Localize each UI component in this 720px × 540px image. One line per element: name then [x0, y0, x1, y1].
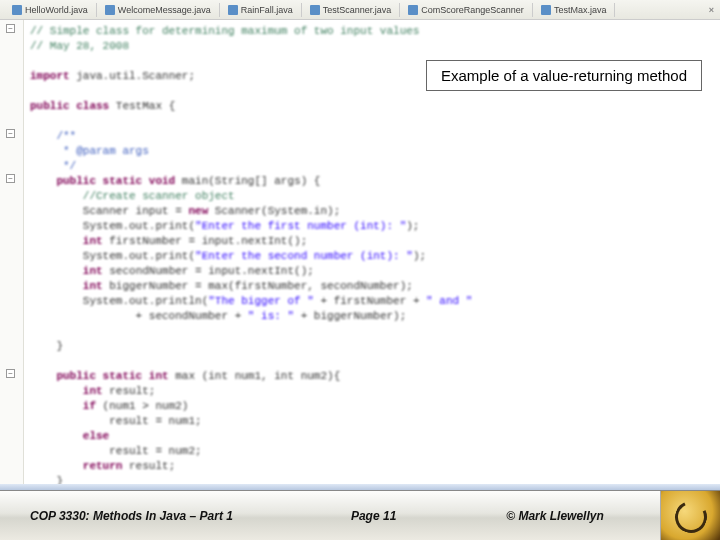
- close-icon[interactable]: ×: [703, 5, 720, 15]
- tab-label: RainFall.java: [241, 5, 293, 15]
- footer-copyright: © Mark Llewellyn: [450, 509, 660, 523]
- code-editor: − − − − // Simple class for determining …: [0, 20, 720, 490]
- editor-tab[interactable]: RainFall.java: [220, 3, 302, 17]
- ucf-logo-icon: [660, 491, 720, 541]
- java-file-icon: [408, 5, 418, 15]
- editor-tab[interactable]: WelcomeMessage.java: [97, 3, 220, 17]
- editor-tab-bar: HelloWorld.java WelcomeMessage.java Rain…: [0, 0, 720, 20]
- tab-label: WelcomeMessage.java: [118, 5, 211, 15]
- java-file-icon: [12, 5, 22, 15]
- callout-box: Example of a value-returning method: [426, 60, 702, 91]
- editor-tab[interactable]: HelloWorld.java: [4, 3, 97, 17]
- tab-label: TestScanner.java: [323, 5, 392, 15]
- tab-label: HelloWorld.java: [25, 5, 88, 15]
- tab-label: TestMax.java: [554, 5, 607, 15]
- slide-footer: COP 3330: Methods In Java – Part 1 Page …: [0, 490, 720, 540]
- editor-gutter: − − − −: [0, 20, 24, 490]
- footer-page-number: Page 11: [297, 509, 450, 523]
- java-file-icon: [105, 5, 115, 15]
- footer-course-title: COP 3330: Methods In Java – Part 1: [0, 509, 297, 523]
- callout-text: Example of a value-returning method: [441, 67, 687, 84]
- editor-tab[interactable]: TestScanner.java: [302, 3, 401, 17]
- java-file-icon: [228, 5, 238, 15]
- fold-icon[interactable]: −: [6, 129, 15, 138]
- fold-icon[interactable]: −: [6, 369, 15, 378]
- fold-icon[interactable]: −: [6, 174, 15, 183]
- java-file-icon: [310, 5, 320, 15]
- editor-tab[interactable]: ComScoreRangeScanner: [400, 3, 533, 17]
- editor-tab[interactable]: TestMax.java: [533, 3, 616, 17]
- java-file-icon: [541, 5, 551, 15]
- fold-icon[interactable]: −: [6, 24, 15, 33]
- tab-label: ComScoreRangeScanner: [421, 5, 524, 15]
